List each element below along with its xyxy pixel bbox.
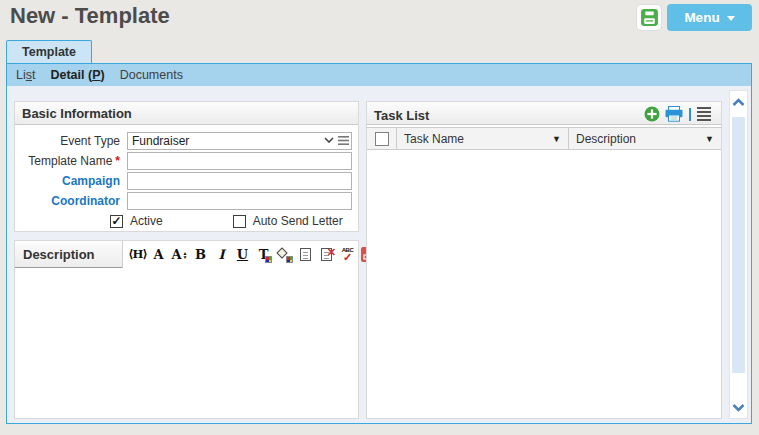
font-size-icon[interactable]: A▲▼ — [170, 245, 189, 264]
access-key: P — [92, 68, 100, 82]
icon-glyph: A — [153, 248, 163, 261]
filter-dropdown-icon[interactable]: ▼ — [705, 134, 714, 144]
heading-icon[interactable]: ⟨H⟩ — [128, 245, 147, 264]
font-name-icon[interactable]: A — [149, 245, 168, 264]
spell-glyph: ABC✓ — [342, 247, 354, 262]
submenu-item-detail[interactable]: Detail (P) — [50, 68, 104, 82]
label-part: Documents — [120, 68, 183, 82]
filter-dropdown-icon[interactable]: ▼ — [552, 134, 561, 144]
icon-glyph: ⟨H⟩ — [128, 249, 146, 261]
campaign-row: Campaign — [15, 171, 355, 190]
chevron-down-icon[interactable] — [324, 137, 334, 143]
column-label: Description — [576, 132, 705, 146]
coordinator-field-wrap — [127, 191, 352, 210]
plus-circle-icon — [644, 106, 660, 122]
label-text: Template Name — [28, 154, 112, 168]
check-glyph: ✓ — [343, 253, 352, 262]
check-icon: ✓ — [111, 216, 121, 226]
menu-button-label: Menu — [684, 10, 719, 25]
task-list-title: Task List — [374, 108, 644, 123]
chevron-up-icon — [732, 98, 745, 107]
list-menu-button[interactable] — [697, 107, 711, 121]
scrollbar-thumb[interactable] — [732, 117, 745, 373]
save-icon — [640, 8, 659, 27]
icon-glyph: B — [195, 248, 206, 261]
bold-icon[interactable]: B — [191, 245, 210, 264]
icon-glyph: U — [237, 248, 248, 261]
page-title: New - Template — [10, 3, 170, 29]
description-title: Description — [15, 241, 123, 268]
description-header: Description ⟨H⟩ A A▲▼ B I U T ✕ ABC✓ — [15, 241, 358, 268]
divider — [689, 108, 691, 121]
remove-format-icon[interactable]: ✕ — [317, 245, 336, 264]
task-table-header: Task Name ▼ Description ▼ — [367, 127, 721, 150]
caret-down-icon — [727, 16, 735, 21]
active-checkbox[interactable]: ✓ — [110, 215, 123, 228]
auto-send-letter-label: Auto Send Letter — [253, 214, 343, 228]
color-palette — [286, 256, 293, 263]
event-type-label: Event Type — [15, 134, 127, 148]
select-all-cell — [367, 128, 397, 149]
basic-information-header: Basic Information — [15, 102, 358, 125]
add-task-button[interactable] — [644, 106, 660, 122]
label-part: ) — [101, 68, 105, 82]
submenu-bar: List Detail (P) Documents — [7, 64, 751, 86]
coordinator-input[interactable] — [127, 192, 352, 210]
coordinator-link-label[interactable]: Coordinator — [15, 194, 127, 208]
campaign-input[interactable] — [127, 172, 352, 190]
select-all-checkbox[interactable] — [375, 132, 389, 146]
label-part: t — [32, 68, 35, 82]
label-part: Li — [16, 68, 26, 82]
task-list-header: Task List — [367, 102, 721, 125]
icon-glyph: A — [171, 248, 181, 261]
active-label: Active — [130, 214, 163, 228]
updown-arrows-icon: ▲▼ — [183, 251, 188, 259]
task-list-actions — [644, 106, 714, 122]
fill-color-icon[interactable] — [275, 245, 294, 264]
printer-icon — [665, 106, 683, 122]
menu-button[interactable]: Menu — [667, 4, 752, 31]
auto-send-letter-checkbox[interactable] — [233, 215, 246, 228]
print-button[interactable] — [665, 106, 683, 122]
scroll-up-button[interactable] — [730, 93, 747, 111]
scroll-down-button[interactable] — [730, 398, 747, 416]
color-palette — [265, 256, 272, 263]
submenu-item-list[interactable]: List — [16, 68, 35, 82]
checkbox-row: ✓ Active Auto Send Letter — [15, 214, 355, 228]
campaign-field-wrap — [127, 171, 352, 190]
text-color-icon[interactable]: T — [254, 245, 273, 264]
underline-icon[interactable]: U — [233, 245, 252, 264]
template-name-label: Template Name* — [15, 154, 127, 168]
description-editor[interactable] — [15, 268, 358, 418]
spell-check-icon[interactable]: ABC✓ — [338, 245, 357, 264]
red-x-glyph: ✕ — [327, 247, 336, 258]
task-list-panel: Task List Task Name ▼ — [366, 101, 722, 419]
submenu-item-documents[interactable]: Documents — [120, 68, 183, 82]
campaign-link-label[interactable]: Campaign — [15, 174, 127, 188]
content-container: List Detail (P) Documents Basic Informat… — [6, 63, 752, 424]
column-header-task-name[interactable]: Task Name ▼ — [397, 128, 569, 149]
template-name-field-wrap — [127, 151, 352, 170]
tab-template[interactable]: Template — [6, 40, 92, 63]
content-area: Basic Information Event Type Template Na… — [7, 86, 751, 423]
basic-information-form: Event Type Template Name* Campaign — [15, 125, 358, 228]
save-button[interactable] — [636, 4, 662, 31]
chevron-down-icon — [732, 403, 745, 412]
column-label: Task Name — [404, 132, 552, 146]
description-panel: Description ⟨H⟩ A A▲▼ B I U T ✕ ABC✓ — [14, 240, 359, 419]
task-table-body[interactable] — [367, 150, 721, 418]
richtext-toolbar: ⟨H⟩ A A▲▼ B I U T ✕ ABC✓ — [123, 241, 378, 268]
coordinator-row: Coordinator — [15, 191, 355, 210]
template-name-input[interactable] — [127, 152, 352, 170]
vertical-scrollbar — [729, 90, 748, 419]
icon-glyph: I — [218, 248, 224, 261]
column-header-description[interactable]: Description ▼ — [569, 128, 721, 149]
paste-document-icon[interactable] — [296, 245, 315, 264]
event-type-select[interactable] — [127, 132, 352, 150]
lookup-list-icon[interactable] — [337, 135, 350, 146]
basic-information-panel: Basic Information Event Type Template Na… — [14, 101, 359, 232]
event-type-row: Event Type — [15, 131, 355, 150]
italic-icon[interactable]: I — [212, 245, 231, 264]
document-glyph — [300, 248, 311, 261]
template-name-row: Template Name* — [15, 151, 355, 170]
